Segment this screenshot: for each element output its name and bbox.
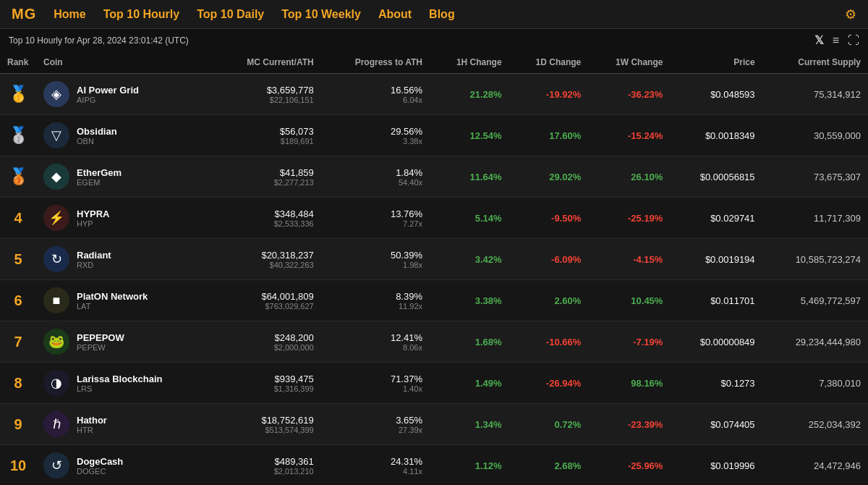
coin-cell: ◆ EtherGem EGEM [36,156,213,198]
price-cell: $0.029741 [670,198,762,239]
coin-name-block: Larissa Blockchain LRS [77,374,163,393]
change-1w: -25.96% [588,445,670,486]
price-cell: $0.0018349 [670,115,762,156]
rank-number: 6 [14,292,22,308]
progress-cell: 50.39% 1.98x [321,239,430,280]
col-1d: 1D Change [509,51,589,74]
coin-cell: ◑ Larissa Blockchain LRS [36,363,213,404]
change-1d: -6.09% [509,239,589,280]
prog-pct: 16.56% [391,85,422,96]
rank-cell: 9 [0,404,36,445]
nav-home[interactable]: Home [54,8,85,21]
price-cell: $0.048593 [670,74,762,115]
subheader-icons: 𝕏 ≡ ⛶ [814,33,859,47]
price-cell: $0.074405 [670,404,762,445]
rank-number: 9 [14,416,22,432]
table-row: 9 ℏ Hathor HTR $18,752,619 $513,574,399 … [0,404,868,445]
progress-cell: 16.56% 6.04x [321,74,430,115]
site-logo[interactable]: MG [12,6,36,22]
supply-cell: 7,380,010 [762,363,868,404]
change-1d: -19.92% [509,74,589,115]
coin-name-block: DogeCash DOGEC [77,456,123,476]
supply-cell: 24,472,946 [762,445,868,486]
change-1w: -15.24% [588,115,670,156]
col-progress: Progress to ATH [321,51,430,74]
mc-ath: $2,277,213 [274,178,314,187]
prog-pct: 71.37% [391,374,422,384]
rank-cell: 🥉 [0,156,36,198]
settings-icon[interactable]: ⚙ [845,7,856,22]
coin-name: Larissa Blockchain [77,374,163,384]
coin-name-block: EtherGem EGEM [77,167,122,187]
coin-cell: ⚡ HYPRA HYP [36,198,213,239]
change-1d: 2.68% [509,445,589,486]
main-table-container: Rank Coin MC Current/ATH Progress to ATH… [0,51,868,485]
mc-cell: $3,659,778 $22,106,151 [213,74,321,115]
rank-cell: 🥇 [0,74,36,115]
coin-icon: ◈ [43,81,69,107]
coin-cell: ℏ Hathor HTR [36,404,213,445]
menu-icon[interactable]: ≡ [833,34,839,47]
prog-mult: 54.40x [399,178,422,187]
mc-ath: $2,533,336 [274,219,314,228]
progress-cell: 8.39% 11.92x [321,280,430,321]
mc-cell: $939,475 $1,316,399 [213,363,321,404]
price-cell: $0.00000849 [670,321,762,363]
rank-cell: 6 [0,280,36,321]
nav-weekly[interactable]: Top 10 Weekly [281,8,361,21]
coin-symbol: EGEM [77,178,122,187]
change-1d: 17.60% [509,115,589,156]
progress-cell: 24.31% 4.11x [321,445,430,486]
change-1w: 10.45% [588,280,670,321]
progress-cell: 3.65% 27.39x [321,404,430,445]
nav-about[interactable]: About [378,8,412,21]
coin-icon: ■ [43,287,69,313]
subheader-text: Top 10 Hourly for Apr 28, 2024 23:01:42 … [9,35,189,46]
mc-ath: $2,000,000 [274,343,314,352]
prog-pct: 3.65% [396,415,422,426]
change-1w: -4.15% [588,239,670,280]
x-icon[interactable]: 𝕏 [814,33,824,47]
progress-cell: 29.56% 3.38x [321,115,430,156]
progress-cell: 12.41% 8.06x [321,321,430,363]
supply-cell: 5,469,772,597 [762,280,868,321]
change-1h: 12.54% [430,115,509,156]
mc-current: $489,361 [274,456,313,467]
col-supply: Current Supply [762,51,868,74]
rank-cell: 5 [0,239,36,280]
coin-symbol: HYP [77,219,110,228]
table-row: 4 ⚡ HYPRA HYP $348,484 $2,533,336 13.76%… [0,198,868,239]
nav-daily[interactable]: Top 10 Daily [197,8,264,21]
coin-name-block: Radiant RXD [77,250,111,269]
nav-hourly[interactable]: Top 10 Hourly [103,8,180,21]
supply-cell: 10,585,723,274 [762,239,868,280]
change-1d: 2.60% [509,280,589,321]
coin-name-block: PEPEPOW PEPEW [77,332,124,352]
rank-cell: 10 [0,445,36,486]
prog-mult: 1.98x [403,261,422,269]
coin-icon: ▽ [43,122,69,148]
change-1h: 5.14% [430,198,509,239]
table-header-row: Rank Coin MC Current/ATH Progress to ATH… [0,51,868,74]
expand-icon[interactable]: ⛶ [848,34,859,47]
coin-name-block: PlatON Network LAT [77,291,148,311]
progress-cell: 13.76% 7.27x [321,198,430,239]
coin-name: PEPEPOW [77,332,124,343]
mc-cell: $64,001,809 $763,029,627 [213,280,321,321]
nav-bar: MG Home Top 10 Hourly Top 10 Daily Top 1… [0,0,868,29]
price-cell: $0.011701 [670,280,762,321]
mc-cell: $348,484 $2,533,336 [213,198,321,239]
rank-number: 7 [14,334,22,350]
nav-blog[interactable]: Blog [429,8,455,21]
coin-name-block: Obsidian OBN [77,126,117,146]
table-row: 7 🐸 PEPEPOW PEPEW $248,200 $2,000,000 12… [0,321,868,363]
subheader: Top 10 Hourly for Apr 28, 2024 23:01:42 … [0,29,868,51]
coin-cell: ■ PlatON Network LAT [36,280,213,321]
price-cell: $0.0019194 [670,239,762,280]
change-1w: -7.19% [588,321,670,363]
change-1h: 1.49% [430,363,509,404]
prog-pct: 12.41% [391,332,422,343]
prog-mult: 6.04x [403,96,422,104]
prog-pct: 29.56% [391,126,422,137]
mc-cell: $20,318,237 $40,322,263 [213,239,321,280]
